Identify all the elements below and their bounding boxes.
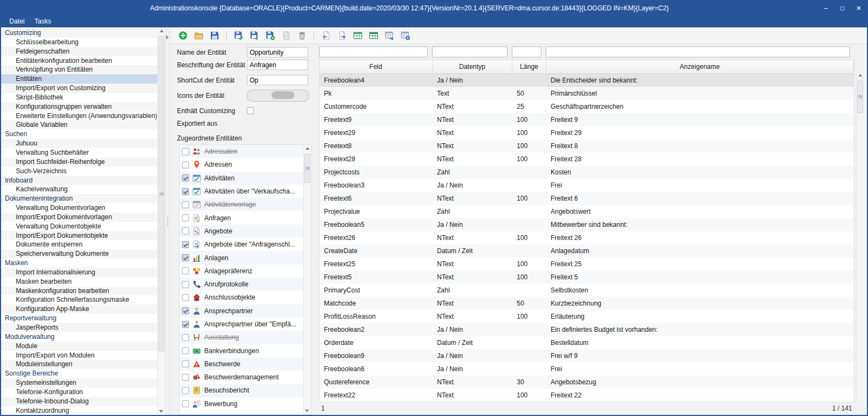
- scroll-up-icon[interactable]: [160, 30, 164, 32]
- entity-row[interactable]: Besuchsbericht: [180, 384, 303, 397]
- maximize-button[interactable]: □: [834, 1, 851, 15]
- sidebar-group[interactable]: Customizing: [1, 28, 157, 38]
- menu-datei[interactable]: Datei: [4, 15, 29, 27]
- table-row[interactable]: CustomercodeNText25Geschäftspartnerzeich…: [320, 100, 854, 113]
- page-export-button[interactable]: [335, 29, 349, 43]
- sidebar-item[interactable]: Import/Export Dokumentobjekte: [1, 231, 157, 241]
- entity-row[interactable]: Beschwerdemanagement: [180, 371, 303, 384]
- sidebar-item[interactable]: Module: [1, 342, 157, 351]
- save-button[interactable]: [208, 29, 221, 43]
- entity-row[interactable]: Beschwerde: [180, 358, 303, 371]
- entity-row[interactable]: Anrufprotokolle: [180, 278, 303, 291]
- sidebar-item[interactable]: Feldeigenschaften: [1, 47, 157, 56]
- table-row[interactable]: Freetext9NText100Freitext 9: [320, 113, 854, 126]
- entity-checkbox[interactable]: [182, 281, 189, 288]
- entity-checkbox[interactable]: [182, 334, 189, 341]
- sidebar-item[interactable]: Entitätenkonfiguration bearbeiten: [1, 56, 157, 66]
- grid-scrollbar[interactable]: [856, 72, 864, 403]
- entity-row[interactable]: Aktivitätenvorlage: [180, 198, 303, 211]
- entity-checkbox[interactable]: [182, 307, 189, 314]
- entity-row[interactable]: Ausstattung: [180, 331, 303, 344]
- sidebar-group[interactable]: Dokumentenintegration: [1, 194, 157, 203]
- entity-checkbox[interactable]: [182, 241, 189, 248]
- entity-name-input[interactable]: [247, 47, 308, 57]
- sidebar-item[interactable]: Import/Export von Modulen: [1, 351, 157, 360]
- save-check-button[interactable]: [232, 29, 245, 43]
- table-row[interactable]: Freetext6NText100Freitext 6: [320, 192, 854, 205]
- table-link-button[interactable]: [382, 29, 396, 43]
- filter-input-feld[interactable]: [319, 46, 428, 57]
- entity-checkbox[interactable]: [182, 214, 189, 221]
- sidebar-scroll-thumb[interactable]: [158, 36, 164, 351]
- add-button[interactable]: [176, 29, 190, 43]
- entity-row[interactable]: Bankverbindungen: [180, 344, 303, 357]
- close-button[interactable]: ✕: [851, 1, 867, 15]
- sidebar-item[interactable]: Such-Verzeichnis: [1, 167, 157, 176]
- entity-checkbox[interactable]: [182, 201, 189, 208]
- table-row[interactable]: MatchcodeNText50Kurzbezeichnung: [320, 297, 854, 310]
- entity-shortcut-input[interactable]: [247, 75, 308, 85]
- entity-checkbox[interactable]: [182, 400, 189, 407]
- entity-checkbox[interactable]: [182, 148, 189, 155]
- entity-row[interactable]: Adressen: [180, 158, 303, 171]
- table-row[interactable]: Freeboolean9Ja / NeinFrei w/f 9: [320, 349, 854, 362]
- table-import-button[interactable]: [351, 29, 364, 43]
- sidebar-group[interactable]: Sonstige Bereiche: [1, 369, 157, 378]
- sidebar-item[interactable]: Konfiguration App-Maske: [1, 304, 157, 314]
- table-row[interactable]: ProjectvalueZahlAngebotswert: [320, 205, 854, 218]
- entity-row[interactable]: Aktivitäten: [180, 172, 303, 185]
- entity-scroll-thumb[interactable]: [304, 154, 310, 183]
- sidebar-item[interactable]: Telefonie-Inbound-Dialog: [1, 397, 157, 406]
- table-row[interactable]: QuotereferenceNText30Angebotsbezug: [320, 376, 854, 389]
- filter-input-len[interactable]: [512, 46, 541, 57]
- grid-scroll-thumb[interactable]: [857, 80, 863, 113]
- filter-input-anz[interactable]: [546, 46, 850, 57]
- entity-row[interactable]: Aktivitäten über "Verkaufscha...: [180, 185, 303, 198]
- save-sync-button[interactable]: [263, 29, 277, 43]
- minimize-button[interactable]: –: [818, 1, 834, 15]
- entity-list-scrollbar[interactable]: [303, 145, 311, 414]
- sidebar-group[interactable]: Reportverwaltung: [1, 314, 157, 323]
- table-row[interactable]: Freeboolean3Ja / NeinFrei: [320, 179, 854, 192]
- entity-checkbox[interactable]: [182, 227, 189, 235]
- sidebar-item[interactable]: Erweiterte Einstellungen (Anwendungsvari…: [1, 112, 157, 121]
- table-row[interactable]: Freetext25NText100Freitext 25: [320, 257, 854, 271]
- entity-checkbox[interactable]: [182, 347, 189, 354]
- sidebar-item[interactable]: Masken bearbeiten: [1, 277, 157, 286]
- sidebar-item[interactable]: Speicherverwaltung Dokumente: [1, 249, 157, 259]
- sidebar-item[interactable]: Maskenkonfiguration bearbeiten: [1, 286, 157, 296]
- contains-customizing-checkbox[interactable]: [247, 107, 254, 114]
- sidebar-item[interactable]: JasperReports: [1, 323, 157, 332]
- sidebar-splitter[interactable]: [165, 27, 170, 415]
- page-import-button[interactable]: [319, 29, 333, 43]
- entity-row[interactable]: Anfragen: [180, 211, 303, 224]
- table-row[interactable]: Freeboolean4Ja / NeinDie Entscheider sin…: [320, 74, 854, 87]
- entity-checkbox[interactable]: [182, 387, 189, 394]
- scroll-down-icon[interactable]: [305, 409, 309, 412]
- entity-row[interactable]: Anlagepräferenz: [180, 265, 303, 278]
- table-export-button[interactable]: [367, 29, 380, 43]
- sidebar-item[interactable]: Verwaltung Suchbehälter: [1, 148, 157, 157]
- scroll-down-icon[interactable]: [159, 410, 163, 413]
- sidebar-item[interactable]: Globale Variablen: [1, 120, 157, 130]
- sidebar-item[interactable]: Kachelverwaltung: [1, 185, 157, 194]
- entity-checkbox[interactable]: [182, 174, 189, 181]
- column-header-anz[interactable]: Anzeigename: [546, 60, 854, 73]
- entity-checkbox[interactable]: [182, 267, 189, 274]
- entity-checkbox[interactable]: [182, 294, 189, 301]
- table-row[interactable]: Freetext8NText100Freitext 8: [320, 139, 854, 153]
- sidebar-item[interactable]: Import/Export Dokumentvorlagen: [1, 213, 157, 222]
- entity-row[interactable]: Angebote über "Anfragenschl...: [180, 238, 303, 251]
- scroll-up-icon[interactable]: [305, 147, 310, 150]
- sidebar-group[interactable]: Masken: [1, 259, 157, 268]
- entity-checkbox[interactable]: [182, 321, 189, 328]
- sidebar-group[interactable]: Suchen: [1, 130, 157, 139]
- sidebar-item[interactable]: Telefonie-Konfiguration: [1, 388, 157, 397]
- sidebar-item[interactable]: Verwaltung Dokumentobjekte: [1, 222, 157, 231]
- table-config-button[interactable]: [398, 29, 412, 43]
- sidebar-item[interactable]: Schlüsselbearbeitung: [1, 38, 157, 47]
- sidebar-item[interactable]: Kontaktzuordnung: [1, 406, 157, 415]
- entity-row[interactable]: Angebote: [180, 225, 303, 238]
- entity-checkbox[interactable]: [182, 254, 189, 261]
- entity-checkbox[interactable]: [182, 188, 189, 195]
